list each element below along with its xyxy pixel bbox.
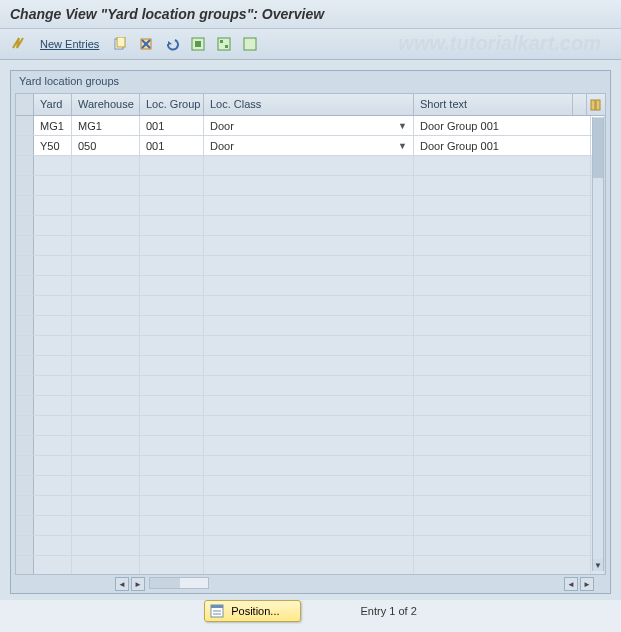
scroll-thumb-left[interactable] xyxy=(150,578,180,588)
row-selector[interactable] xyxy=(16,216,34,235)
configure-columns-icon[interactable] xyxy=(587,94,605,115)
cell-loc-group xyxy=(140,436,204,455)
scroll-track-left[interactable] xyxy=(149,577,209,589)
cell-loc-group xyxy=(140,336,204,355)
table-row xyxy=(16,176,605,196)
cell-warehouse xyxy=(72,556,140,575)
row-selector[interactable] xyxy=(16,236,34,255)
cell-short-text[interactable]: Door Group 001 xyxy=(414,116,591,135)
row-selector[interactable] xyxy=(16,276,34,295)
cell-loc-class[interactable]: Door▼ xyxy=(204,136,414,155)
table-row xyxy=(16,256,605,276)
deselect-all-icon[interactable] xyxy=(239,33,261,55)
cell-yard[interactable]: Y50 xyxy=(34,136,72,155)
cell-short-text xyxy=(414,276,591,295)
row-selector[interactable] xyxy=(16,496,34,515)
cell-warehouse xyxy=(72,156,140,175)
cell-loc-class[interactable]: Door▼ xyxy=(204,116,414,135)
row-selector[interactable] xyxy=(16,556,34,575)
col-loc-group[interactable]: Loc. Group xyxy=(140,94,204,115)
row-selector[interactable] xyxy=(16,316,34,335)
cell-loc-group xyxy=(140,356,204,375)
cell-warehouse[interactable]: 050 xyxy=(72,136,140,155)
select-block-icon[interactable] xyxy=(213,33,235,55)
cell-short-text xyxy=(414,456,591,475)
scroll-thumb-vertical[interactable] xyxy=(593,118,603,178)
col-loc-class[interactable]: Loc. Class xyxy=(204,94,414,115)
row-selector[interactable] xyxy=(16,516,34,535)
scroll-right-icon[interactable]: ► xyxy=(131,577,145,591)
table-row xyxy=(16,316,605,336)
cell-yard[interactable]: MG1 xyxy=(34,116,72,135)
cell-loc-group xyxy=(140,196,204,215)
cell-yard xyxy=(34,196,72,215)
cell-yard xyxy=(34,256,72,275)
col-warehouse[interactable]: Warehouse xyxy=(72,94,140,115)
row-selector[interactable] xyxy=(16,396,34,415)
row-selector[interactable] xyxy=(16,176,34,195)
table-row[interactable]: MG1MG1001Door▼Door Group 001D xyxy=(16,116,605,136)
cell-loc-group xyxy=(140,376,204,395)
cell-loc-group[interactable]: 001 xyxy=(140,136,204,155)
cell-loc-group xyxy=(140,416,204,435)
cell-yard xyxy=(34,236,72,255)
toolbar: New Entries www.tutorialkart.com xyxy=(0,29,621,60)
col-yard[interactable]: Yard xyxy=(34,94,72,115)
cell-loc-class xyxy=(204,496,414,515)
cell-loc-class xyxy=(204,196,414,215)
row-selector[interactable] xyxy=(16,476,34,495)
cell-yard xyxy=(34,416,72,435)
cell-yard xyxy=(34,556,72,575)
cell-warehouse xyxy=(72,456,140,475)
row-selector[interactable] xyxy=(16,456,34,475)
cell-yard xyxy=(34,516,72,535)
table-row xyxy=(16,276,605,296)
row-selector[interactable] xyxy=(16,356,34,375)
scroll-left-icon-2[interactable]: ◄ xyxy=(564,577,578,591)
cell-short-text xyxy=(414,196,591,215)
row-selector[interactable] xyxy=(16,376,34,395)
row-selector[interactable] xyxy=(16,196,34,215)
position-button[interactable]: Position... xyxy=(204,600,300,622)
vertical-scrollbar[interactable]: ▲ ▼ xyxy=(592,117,604,571)
row-selector[interactable] xyxy=(16,296,34,315)
chevron-down-icon[interactable]: ▼ xyxy=(398,141,407,151)
cell-short-text xyxy=(414,256,591,275)
scroll-down-icon[interactable]: ▼ xyxy=(593,559,603,571)
cell-loc-group xyxy=(140,476,204,495)
new-entries-button[interactable]: New Entries xyxy=(34,38,105,50)
row-selector[interactable] xyxy=(16,416,34,435)
row-selector[interactable] xyxy=(16,336,34,355)
table-row xyxy=(16,356,605,376)
svg-rect-7 xyxy=(218,38,230,50)
cell-warehouse xyxy=(72,416,140,435)
cell-loc-group[interactable]: 001 xyxy=(140,116,204,135)
cell-short-text xyxy=(414,236,591,255)
copy-icon[interactable] xyxy=(109,33,131,55)
chevron-down-icon[interactable]: ▼ xyxy=(398,121,407,131)
table-row[interactable]: Y50050001Door▼Door Group 001D xyxy=(16,136,605,156)
cell-short-text xyxy=(414,156,591,175)
row-selector[interactable] xyxy=(16,116,34,135)
cell-yard xyxy=(34,476,72,495)
cell-warehouse[interactable]: MG1 xyxy=(72,116,140,135)
cell-warehouse xyxy=(72,316,140,335)
row-selector[interactable] xyxy=(16,436,34,455)
cell-short-text[interactable]: Door Group 001 xyxy=(414,136,591,155)
col-short-text[interactable]: Short text xyxy=(414,94,573,115)
row-selector[interactable] xyxy=(16,536,34,555)
col-extra[interactable] xyxy=(573,94,587,115)
undo-icon[interactable] xyxy=(161,33,183,55)
row-selector[interactable] xyxy=(16,256,34,275)
svg-rect-15 xyxy=(213,610,221,612)
scroll-right-icon-2[interactable]: ► xyxy=(580,577,594,591)
select-all-column[interactable] xyxy=(16,94,34,115)
row-selector[interactable] xyxy=(16,136,34,155)
table-row xyxy=(16,456,605,476)
select-all-icon[interactable] xyxy=(187,33,209,55)
toggle-icon[interactable] xyxy=(8,33,30,55)
scroll-left-icon[interactable]: ◄ xyxy=(115,577,129,591)
delete-icon[interactable] xyxy=(135,33,157,55)
row-selector[interactable] xyxy=(16,156,34,175)
cell-short-text xyxy=(414,376,591,395)
